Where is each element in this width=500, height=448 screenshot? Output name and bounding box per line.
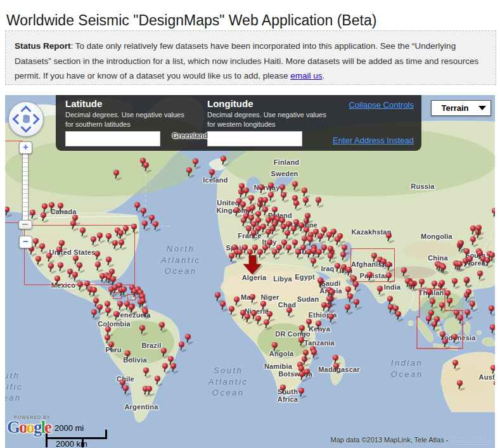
map-pin[interactable]: [143, 309, 148, 314]
map-pin[interactable]: [298, 388, 304, 394]
map-pin[interactable]: [262, 245, 268, 250]
map-pin[interactable]: [490, 365, 495, 371]
map-pin[interactable]: [168, 356, 174, 362]
map-pin[interactable]: [179, 342, 184, 347]
map-pin[interactable]: [141, 208, 146, 214]
map-pin[interactable]: [108, 342, 114, 347]
map-pin[interactable]: [80, 227, 86, 233]
map-pin[interactable]: [298, 337, 304, 343]
map-pin[interactable]: [292, 240, 298, 245]
map-pin[interactable]: [149, 215, 155, 221]
map-pin[interactable]: [268, 182, 274, 188]
map-pin[interactable]: [306, 319, 312, 324]
map-pin[interactable]: [307, 236, 313, 242]
map-pin[interactable]: [162, 363, 168, 369]
map-pin[interactable]: [272, 249, 278, 255]
map-type-dropdown[interactable]: Terrain: [431, 100, 491, 116]
enter-address-link[interactable]: Enter Address Instead: [333, 136, 414, 145]
map-pin[interactable]: [333, 355, 338, 361]
map-pin[interactable]: [42, 203, 48, 209]
map-pin[interactable]: [467, 256, 473, 262]
map-pin[interactable]: [304, 227, 309, 233]
map-pin[interactable]: [292, 181, 298, 187]
map-pin[interactable]: [335, 263, 340, 269]
map-pin[interactable]: [243, 188, 249, 193]
map-pin[interactable]: [272, 342, 278, 348]
map-pin[interactable]: [489, 305, 494, 311]
map-pin[interactable]: [345, 304, 350, 310]
map-pin[interactable]: [492, 208, 495, 214]
map-pin[interactable]: [426, 289, 432, 295]
map-pin[interactable]: [113, 170, 119, 176]
map-pin[interactable]: [117, 301, 123, 307]
map-pin[interactable]: [298, 222, 304, 228]
map-pin[interactable]: [386, 272, 392, 278]
map-pin[interactable]: [250, 205, 255, 210]
zoom-in-button[interactable]: +: [19, 141, 32, 154]
map-pin[interactable]: [123, 385, 129, 391]
map-pin[interactable]: [286, 221, 292, 227]
map-pin[interactable]: [395, 311, 401, 317]
map-pin[interactable]: [91, 236, 96, 242]
map-pin[interactable]: [72, 215, 78, 221]
map-pin[interactable]: [77, 262, 82, 268]
map-pin[interactable]: [279, 184, 285, 190]
map-pin[interactable]: [161, 348, 167, 354]
map-pin[interactable]: [215, 292, 221, 298]
map-pin[interactable]: [97, 233, 103, 238]
map-pin[interactable]: [328, 253, 333, 259]
map-pin[interactable]: [170, 363, 176, 369]
map-pin[interactable]: [73, 255, 79, 261]
map-pin[interactable]: [351, 276, 357, 281]
map-pin[interactable]: [84, 281, 90, 286]
map-pin[interactable]: [311, 258, 316, 264]
map-pin[interactable]: [432, 281, 437, 286]
map-pin[interactable]: [262, 207, 268, 212]
map-pin[interactable]: [77, 281, 83, 287]
map-pin[interactable]: [477, 271, 483, 276]
map-pin[interactable]: [409, 281, 414, 286]
map-pin[interactable]: [302, 188, 307, 193]
map-pin[interactable]: [286, 245, 292, 250]
map-pin[interactable]: [321, 245, 327, 250]
map-pin[interactable]: [328, 314, 334, 319]
map-pin[interactable]: [105, 301, 110, 307]
map-pin[interactable]: [134, 202, 140, 208]
map-pin[interactable]: [317, 278, 323, 283]
map-pin[interactable]: [439, 302, 445, 308]
map-pin[interactable]: [248, 195, 254, 201]
map-pin[interactable]: [255, 316, 261, 321]
map-pin[interactable]: [131, 224, 137, 229]
map-pin[interactable]: [457, 261, 463, 267]
map-pin[interactable]: [470, 236, 476, 242]
map-pin[interactable]: [316, 197, 321, 203]
map-pin[interactable]: [268, 192, 274, 198]
map-pin[interactable]: [125, 350, 131, 356]
map-pin[interactable]: [489, 252, 495, 258]
map-pin[interactable]: [260, 301, 266, 307]
map-pin[interactable]: [428, 310, 434, 316]
map-pin[interactable]: [299, 325, 305, 331]
map-pin[interactable]: [304, 369, 310, 374]
map-pin[interactable]: [95, 262, 101, 267]
map-pin[interactable]: [229, 306, 234, 312]
map-pin[interactable]: [58, 262, 63, 268]
map-pin[interactable]: [91, 309, 97, 315]
map-pin[interactable]: [476, 225, 482, 231]
map-pin[interactable]: [186, 167, 192, 173]
map-pin[interactable]: [35, 256, 41, 262]
map-pin[interactable]: [293, 200, 299, 206]
map-pin[interactable]: [72, 272, 78, 278]
longitude-input[interactable]: [207, 131, 302, 146]
map-pin[interactable]: [386, 262, 392, 267]
map-pin[interactable]: [470, 301, 475, 307]
zoom-out-button[interactable]: −: [19, 236, 32, 248]
map-pin[interactable]: [209, 169, 215, 175]
map-pin[interactable]: [109, 269, 115, 274]
map-pin[interactable]: [30, 210, 35, 215]
map-pin[interactable]: [281, 192, 286, 198]
map-pin[interactable]: [298, 366, 304, 371]
map-pin[interactable]: [303, 197, 309, 203]
map-pin[interactable]: [251, 310, 257, 316]
map-pin[interactable]: [465, 309, 470, 315]
